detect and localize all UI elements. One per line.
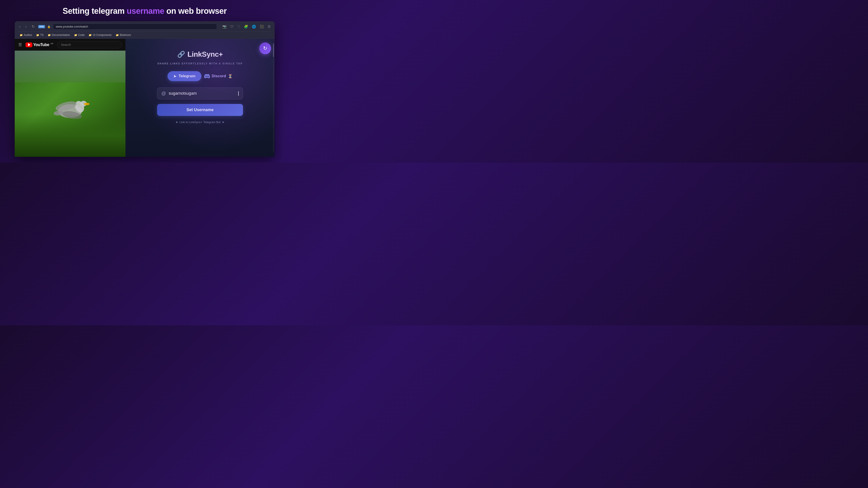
telegram-label: Telegram [179, 74, 195, 78]
title-before: Setting telegram [63, 6, 127, 15]
folder-icon: 📁 [74, 34, 77, 37]
camera-icon[interactable]: 📷 [221, 24, 228, 30]
lock-icon: 🔒 [47, 25, 51, 28]
extension-icon[interactable]: 🧩 [243, 24, 249, 30]
at-symbol: @ [161, 91, 166, 96]
refresh-button[interactable]: ↻ [30, 24, 36, 30]
folder-icon: 📁 [89, 34, 92, 37]
set-username-button[interactable]: Set Username [157, 104, 243, 116]
browser-chrome: ‹ › ↻ VPN 🔒 www.youtube.com/watch 📷 🛡 ♡ … [15, 21, 275, 39]
folder-icon: 📁 [116, 34, 119, 37]
telegram-button[interactable]: ➤ Telegram [167, 71, 201, 81]
browser-nav: ‹ › ↻ VPN 🔒 www.youtube.com/watch 📷 🛡 ♡ … [18, 24, 272, 30]
discord-area[interactable]: Discord ⏳ [204, 71, 232, 81]
bookmark-documentation[interactable]: 📁 Documentation [46, 33, 71, 37]
landscape-overlay [15, 114, 125, 157]
link-arrow-left: ➤ [176, 121, 178, 124]
heart-icon[interactable]: ♡ [237, 24, 241, 30]
username-input-wrapper: @ sugarnotsugam [157, 88, 243, 99]
video-thumbnail [15, 51, 125, 157]
bookmark-bislerium[interactable]: 📁 Bislerium [114, 33, 132, 37]
youtube-icon [26, 42, 32, 47]
app-name: LinkSync+ [187, 50, 223, 59]
youtube-play-triangle [28, 43, 31, 46]
browser-icons-right: 📷 🛡 ♡ 🧩 🌐 ⬛ ☰ [221, 24, 272, 30]
hamburger-menu[interactable]: ☰ [18, 42, 22, 47]
shield-icon[interactable]: 🛡 [229, 24, 235, 29]
discord-emoji: ⏳ [228, 74, 232, 78]
link-to-bot[interactable]: ➤ Link to LinkSync+ Telegram Bot ➤ [176, 121, 224, 124]
sync-refresh-button[interactable]: ↻ [259, 42, 271, 54]
chain-link-icon: 🔗 [177, 51, 185, 58]
back-button[interactable]: ‹ [18, 24, 22, 30]
url-bar[interactable]: www.youtube.com/watch [53, 24, 217, 30]
menu-icon[interactable]: ☰ [267, 24, 272, 30]
youtube-side: ☰ YouTube NP [15, 39, 125, 157]
browser-content: ☰ YouTube NP [15, 39, 275, 157]
folder-icon: 📁 [20, 34, 23, 37]
url-text: www.youtube.com/watch [56, 25, 88, 28]
window-icon[interactable]: ⬛ [259, 24, 265, 30]
scrollbar-track [273, 43, 274, 152]
app-logo: 🔗 LinkSync+ [177, 50, 223, 59]
telegram-arrow-icon: ➤ [174, 74, 176, 78]
youtube-logo: YouTube NP [26, 42, 53, 47]
link-arrow-right: ➤ [222, 121, 224, 124]
bookmark-code[interactable]: 📁 Code [73, 33, 86, 37]
page-title: Setting telegram username on web browser [63, 6, 227, 16]
bookmark-audios[interactable]: 📁 Audios [18, 33, 33, 37]
forward-button[interactable]: › [24, 24, 28, 30]
folder-icon: 📁 [48, 34, 51, 37]
youtube-search-input[interactable] [57, 41, 122, 48]
video-area [15, 51, 125, 157]
bookmarks-bar: 📁 Audios 📁 TS 📁 Documentation 📁 Code 📁 U… [18, 31, 272, 39]
svg-point-3 [84, 103, 90, 105]
refresh-icon: ↻ [263, 45, 267, 51]
youtube-np-badge: NP [51, 42, 54, 45]
title-after: on web browser [164, 6, 227, 15]
scrollbar-thumb[interactable] [273, 43, 274, 57]
text-cursor [238, 91, 239, 96]
app-tagline: SHARE LINKS EFFORTLESSLY WITH A SINGLE T… [157, 62, 243, 65]
link-label: Link to LinkSync+ Telegram Bot [180, 121, 221, 124]
vpn-icon[interactable]: 🌐 [251, 24, 257, 30]
browser-window: ‹ › ↻ VPN 🔒 www.youtube.com/watch 📷 🛡 ♡ … [15, 21, 275, 157]
folder-icon: 📁 [36, 34, 39, 37]
extension-panel: ↻ 🔗 LinkSync+ SHARE LINKS EFFORTLESSLY W… [125, 39, 275, 157]
discord-label: Discord [212, 74, 226, 78]
username-display: sugarnotsugam [168, 91, 235, 96]
youtube-header: ☰ YouTube NP [15, 39, 125, 51]
title-highlight: username [127, 6, 164, 15]
sky-overlay [15, 51, 125, 83]
vpn-badge: VPN [38, 25, 45, 28]
youtube-brand: YouTube [33, 42, 49, 47]
bookmark-ts[interactable]: 📁 TS [35, 33, 45, 37]
discord-icon [204, 74, 210, 78]
bookmark-ui-components[interactable]: 📁 UI Components [87, 33, 113, 37]
service-buttons: ➤ Telegram Discord ⏳ [167, 71, 232, 81]
